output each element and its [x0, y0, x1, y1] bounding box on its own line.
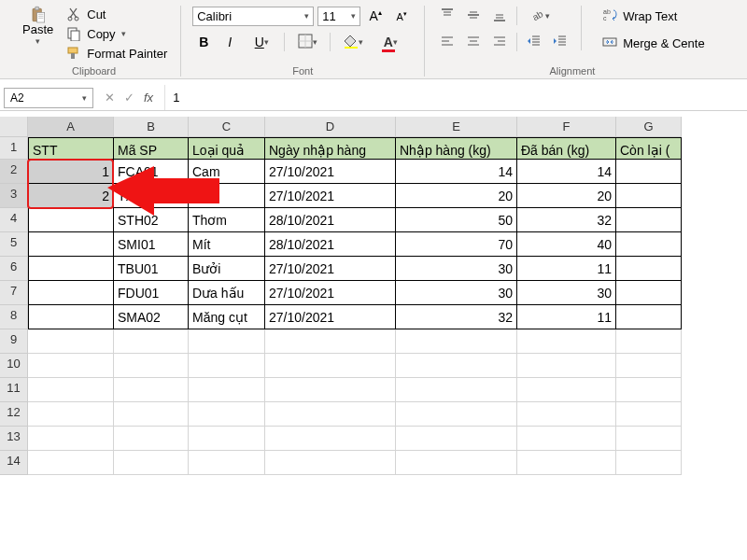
cell[interactable]	[616, 354, 682, 378]
cell[interactable]	[114, 354, 189, 378]
cell[interactable]	[616, 305, 682, 329]
select-all-corner[interactable]	[0, 117, 28, 137]
cell[interactable]: SMI01	[114, 232, 189, 257]
cell[interactable]: Bưởi	[189, 257, 265, 281]
align-center-button[interactable]	[462, 32, 485, 52]
cell[interactable]: 1	[28, 160, 114, 184]
fx-icon[interactable]: fx	[144, 91, 153, 105]
decrease-indent-button[interactable]	[523, 32, 545, 52]
italic-button[interactable]: I	[218, 32, 241, 52]
cell[interactable]	[396, 329, 517, 354]
cell[interactable]: 20	[517, 184, 616, 208]
cell[interactable]	[189, 402, 265, 427]
cell[interactable]	[189, 451, 265, 475]
cell[interactable]	[616, 257, 682, 281]
cell[interactable]: 14	[396, 160, 517, 184]
cell[interactable]: 27/10/2021	[265, 281, 396, 305]
cell[interactable]: Ngày nhập hàng	[265, 137, 396, 160]
align-bottom-button[interactable]	[488, 6, 511, 26]
cell[interactable]: 27/10/2021	[265, 184, 396, 208]
row-header[interactable]: 10	[0, 354, 28, 378]
cell[interactable]: 30	[517, 281, 616, 305]
row-header[interactable]: 12	[0, 402, 28, 427]
cell[interactable]	[28, 427, 114, 451]
cell[interactable]	[28, 232, 114, 257]
cell[interactable]: Đã bán (kg)	[517, 137, 616, 160]
row-header[interactable]: 6	[0, 257, 28, 281]
cell[interactable]: Loại quả	[189, 137, 265, 160]
cell[interactable]: 27/10/2021	[265, 160, 396, 184]
cell[interactable]	[265, 427, 396, 451]
font-name-combo[interactable]: Calibri ▾	[192, 7, 314, 26]
cell[interactable]: Măng cụt	[189, 305, 265, 329]
row-header[interactable]: 7	[0, 281, 28, 305]
bold-button[interactable]: B	[192, 32, 215, 52]
cell[interactable]: Nhập hàng (kg)	[396, 137, 517, 160]
cell[interactable]: 50	[396, 208, 517, 232]
cell[interactable]	[28, 281, 114, 305]
borders-button[interactable]: ▾	[290, 32, 324, 52]
cell[interactable]	[28, 402, 114, 427]
row-header[interactable]: 5	[0, 232, 28, 257]
cell[interactable]	[189, 427, 265, 451]
align-right-button[interactable]	[488, 32, 511, 52]
cell[interactable]	[114, 329, 189, 354]
cell[interactable]: 32	[517, 208, 616, 232]
cell[interactable]: 11	[517, 257, 616, 281]
cell[interactable]	[616, 232, 682, 257]
cell[interactable]	[28, 354, 114, 378]
cell[interactable]: Còn lại (	[616, 137, 682, 160]
cell[interactable]	[189, 378, 265, 402]
fill-color-button[interactable]: ▾	[336, 32, 370, 52]
font-color-button[interactable]: A ▾	[374, 32, 407, 52]
cell[interactable]: FCA01	[114, 160, 189, 184]
cell[interactable]	[616, 160, 682, 184]
cell[interactable]	[114, 451, 189, 475]
cell[interactable]: STH02	[114, 208, 189, 232]
row-header[interactable]: 2	[0, 160, 28, 184]
row-header[interactable]: 13	[0, 427, 28, 451]
cell[interactable]	[114, 427, 189, 451]
cell[interactable]: 27/10/2021	[265, 257, 396, 281]
cell[interactable]	[616, 281, 682, 305]
col-header-E[interactable]: E	[396, 117, 517, 137]
cell[interactable]: Dưa hấu	[189, 281, 265, 305]
cut-button[interactable]: Cut	[64, 6, 169, 22]
cell[interactable]	[517, 402, 616, 427]
cell[interactable]	[616, 208, 682, 232]
cell[interactable]	[616, 378, 682, 402]
increase-font-button[interactable]: A▴	[364, 6, 387, 26]
merge-center-button[interactable]: Merge & Cente	[599, 33, 708, 54]
cell[interactable]: 20	[396, 184, 517, 208]
cell[interactable]	[265, 451, 396, 475]
format-painter-button[interactable]: Format Painter	[64, 45, 169, 62]
name-box[interactable]: A2 ▾	[4, 88, 93, 108]
cell[interactable]	[517, 378, 616, 402]
row-header[interactable]: 4	[0, 208, 28, 232]
col-header-G[interactable]: G	[616, 117, 682, 137]
cell[interactable]	[28, 378, 114, 402]
cell[interactable]	[396, 427, 517, 451]
col-header-F[interactable]: F	[517, 117, 616, 137]
paste-button[interactable]: Paste ▾	[19, 6, 57, 48]
copy-button[interactable]: Copy ▾	[64, 25, 169, 42]
cell[interactable]: 11	[517, 305, 616, 329]
cell[interactable]: Cam	[189, 160, 265, 184]
cell[interactable]: STT	[28, 137, 114, 160]
cell[interactable]	[28, 451, 114, 475]
cell[interactable]	[616, 329, 682, 354]
cell[interactable]	[396, 451, 517, 475]
underline-button[interactable]: U ▾	[245, 32, 278, 52]
cell[interactable]: Mã SP	[114, 137, 189, 160]
cell[interactable]	[396, 354, 517, 378]
orientation-button[interactable]: ab ▾	[523, 6, 557, 26]
cell[interactable]	[28, 208, 114, 232]
cancel-formula-icon[interactable]: ✕	[105, 91, 115, 105]
row-header[interactable]: 14	[0, 451, 28, 475]
cell[interactable]: 14	[517, 160, 616, 184]
cell[interactable]	[517, 427, 616, 451]
formula-input[interactable]: 1	[164, 85, 747, 110]
cell[interactable]: Xoài	[189, 184, 265, 208]
cell[interactable]	[189, 354, 265, 378]
cell[interactable]: 70	[396, 232, 517, 257]
